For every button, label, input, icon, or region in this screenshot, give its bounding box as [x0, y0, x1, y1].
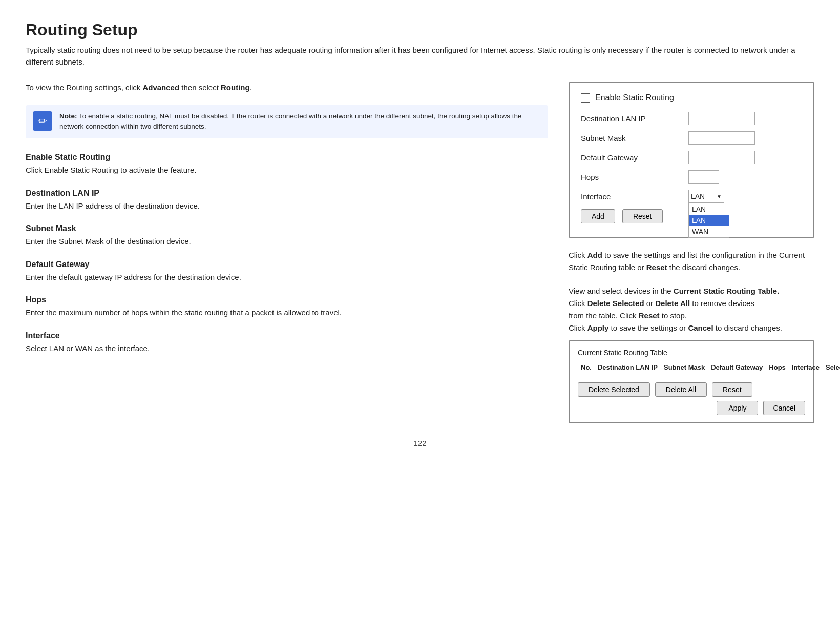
table-empty-row	[578, 373, 840, 377]
routing-table-box: Current Static Routing Table No. Destina…	[569, 340, 814, 423]
col-interface: Interface	[789, 362, 823, 373]
section-subnet-title: Subnet Mask	[26, 224, 548, 233]
interface-select-display[interactable]: LAN ▼	[688, 190, 724, 203]
table-reset-button[interactable]: Reset	[712, 382, 752, 397]
col-gateway: Default Gateway	[708, 362, 766, 373]
hops-label: Hops	[581, 173, 683, 181]
section-destination-title: Destination LAN IP	[26, 189, 548, 198]
view-routing-text: To view the Routing settings, click Adva…	[26, 82, 548, 94]
section-hops-body: Enter the maximum number of hops within …	[26, 307, 548, 319]
click-apply-suffix: to discard changes.	[713, 323, 782, 332]
click-apply-mid: to save the settings or	[608, 323, 688, 332]
interface-dropdown-container[interactable]: LAN ▼ LAN LAN WAN	[688, 190, 724, 203]
page-title: Routing Setup	[26, 21, 814, 39]
section-hops-title: Hops	[26, 295, 548, 304]
view-select-bold: Current Static Routing Table.	[674, 287, 779, 295]
left-column: To view the Routing settings, click Adva…	[26, 82, 548, 423]
note-box: ✏ Note: To enable a static routing, NAT …	[26, 105, 548, 139]
view-suffix: .	[250, 83, 252, 92]
click-apply-bold: Apply	[587, 323, 609, 332]
interface-option-wan[interactable]: WAN	[689, 226, 729, 237]
section-gateway-body: Enter the default gateway IP address for…	[26, 272, 548, 283]
section-interface-body: Select LAN or WAN as the interface.	[26, 343, 548, 355]
interface-option-lan[interactable]: LAN	[689, 203, 729, 215]
enable-static-routing-checkbox[interactable]	[581, 93, 590, 103]
note-icon: ✏	[33, 111, 52, 131]
subnet-mask-input[interactable]	[688, 131, 755, 145]
default-gateway-label: Default Gateway	[581, 153, 683, 162]
view-prefix: To view the Routing settings, click	[26, 83, 142, 92]
click-add-suffix2: the discard changes.	[667, 263, 741, 272]
click-delete-suffix: to remove devices	[690, 299, 754, 308]
click-apply-prefix: Click	[569, 323, 587, 332]
routing-table: No. Destination LAN IP Subnet Mask Defau…	[578, 362, 840, 376]
interface-dropdown-options: LAN LAN WAN	[688, 203, 729, 238]
routing-form-box: Enable Static Routing Destination LAN IP…	[569, 82, 814, 238]
table-action-buttons: Delete Selected Delete All Reset	[578, 382, 805, 397]
delete-all-button[interactable]: Delete All	[655, 382, 707, 397]
click-delete-mid: or	[644, 299, 656, 308]
click-cancel-bold: Cancel	[688, 323, 713, 332]
subnet-mask-label: Subnet Mask	[581, 134, 683, 143]
section-subnet-body: Enter the Subnet Mask of the destination…	[26, 236, 548, 248]
section-enable-body: Click Enable Static Routing to activate …	[26, 165, 548, 176]
click-add-bold: Add	[587, 251, 602, 259]
cancel-button[interactable]: Cancel	[763, 401, 805, 415]
destination-lan-ip-row: Destination LAN IP	[581, 112, 802, 125]
click-delete-bold1: Delete Selected	[587, 299, 644, 308]
page-number: 122	[26, 439, 814, 447]
default-gateway-input[interactable]	[688, 151, 755, 164]
section-interface-title: Interface	[26, 331, 548, 340]
enable-static-routing-row: Enable Static Routing	[581, 93, 802, 103]
default-gateway-row: Default Gateway	[581, 151, 802, 164]
interface-row: Interface LAN ▼ LAN LAN WAN	[581, 190, 802, 203]
subnet-mask-row: Subnet Mask	[581, 131, 802, 145]
from-table: from the table. Click	[569, 311, 639, 320]
col-hops: Hops	[766, 362, 789, 373]
view-mid: then select	[179, 83, 221, 92]
click-add-prefix: Click	[569, 251, 587, 259]
hops-row: Hops	[581, 170, 802, 184]
destination-lan-ip-label: Destination LAN IP	[581, 114, 683, 123]
apply-button[interactable]: Apply	[717, 401, 758, 415]
advanced-link: Advanced	[142, 83, 179, 92]
view-select-prefix: View and select devices in the	[569, 287, 674, 295]
col-destination: Destination LAN IP	[595, 362, 661, 373]
table-header-row: No. Destination LAN IP Subnet Mask Defau…	[578, 362, 840, 373]
interface-label: Interface	[581, 192, 683, 201]
section-enable-title: Enable Static Routing	[26, 153, 548, 162]
interface-selected-value: LAN	[691, 192, 705, 200]
click-reset-bold: Reset	[646, 263, 667, 272]
chevron-down-icon: ▼	[717, 194, 722, 199]
click-add-instructions: Click Add to save the settings and list …	[569, 249, 814, 274]
col-subnet: Subnet Mask	[661, 362, 708, 373]
reset-button[interactable]: Reset	[622, 209, 663, 223]
routing-link: Routing	[221, 83, 250, 92]
section-gateway-title: Default Gateway	[26, 260, 548, 269]
col-no: No.	[578, 362, 595, 373]
add-button[interactable]: Add	[581, 209, 615, 223]
section-destination-body: Enter the LAN IP address of the destinat…	[26, 200, 548, 212]
hops-input[interactable]	[688, 170, 719, 184]
click-delete-bold2: Delete All	[655, 299, 690, 308]
enable-static-routing-label: Enable Static Routing	[595, 93, 674, 103]
table-apply-cancel-row: Apply Cancel	[578, 401, 805, 415]
destination-lan-ip-input[interactable]	[688, 112, 755, 125]
interface-option-lan-selected[interactable]: LAN	[689, 215, 729, 226]
click-delete-prefix: Click	[569, 299, 587, 308]
from-table-bold: Reset	[639, 311, 660, 320]
delete-selected-button[interactable]: Delete Selected	[578, 382, 650, 397]
from-table-suffix: to stop.	[660, 311, 687, 320]
intro-text: Typically static routing does not need t…	[26, 45, 814, 68]
view-select-text: View and select devices in the Current S…	[569, 285, 814, 334]
right-column: Enable Static Routing Destination LAN IP…	[569, 82, 814, 423]
note-text: Note: To enable a static routing, NAT mu…	[59, 111, 541, 133]
table-title: Current Static Routing Table	[578, 349, 805, 357]
col-select: Select	[823, 362, 840, 373]
